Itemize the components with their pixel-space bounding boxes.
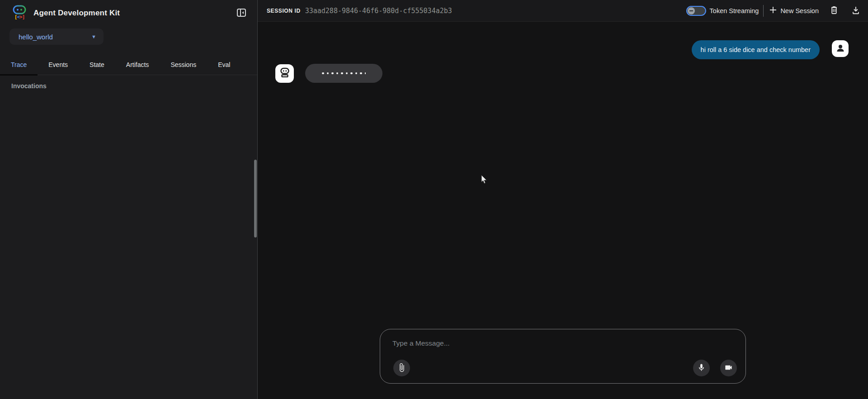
app-title: Agent Development Kit (33, 9, 120, 18)
tab-sessions[interactable]: Sessions (160, 54, 207, 75)
tab-artifacts[interactable]: Artifacts (115, 54, 160, 75)
sidebar: [<>] Agent Development Kit hello_world ▼… (0, 0, 258, 399)
download-icon (851, 5, 860, 16)
loading-dots (322, 72, 366, 75)
invocations-label: Invocations (11, 82, 47, 90)
message-composer (380, 329, 746, 384)
tab-state[interactable]: State (79, 54, 115, 75)
paperclip-icon (397, 363, 406, 374)
agent-selector-value: hello_world (19, 33, 53, 41)
new-session-button[interactable]: New Session (769, 6, 819, 15)
videocam-icon (724, 363, 733, 373)
user-avatar (832, 40, 849, 57)
sidebar-tabs: Trace Events State Artifacts Sessions Ev… (0, 54, 257, 75)
divider (763, 5, 764, 17)
plus-icon (769, 6, 777, 15)
microphone-icon (697, 363, 706, 373)
agent-selector-dropdown[interactable]: hello_world ▼ (9, 28, 104, 45)
user-message-bubble: hi roll a 6 side dice and check number (692, 40, 820, 59)
sidebar-scrollbar-thumb[interactable] (254, 160, 257, 238)
new-session-label: New Session (780, 7, 819, 14)
sidebar-header: [<>] Agent Development Kit (0, 0, 257, 26)
person-icon (835, 43, 846, 55)
collapse-sidebar-button[interactable] (235, 6, 248, 21)
logo-brackets: [<>] (14, 15, 25, 19)
session-id-label: SESSION ID (267, 8, 301, 14)
delete-session-button[interactable] (829, 5, 840, 17)
video-button[interactable] (720, 360, 737, 376)
attach-file-button[interactable] (393, 360, 410, 376)
bot-loading-bubble (305, 64, 382, 83)
trash-icon (830, 5, 839, 16)
token-streaming-toggle[interactable] (686, 6, 706, 16)
bot-avatar (275, 64, 294, 83)
tab-events[interactable]: Events (38, 54, 79, 75)
microphone-button[interactable] (693, 360, 710, 376)
topbar-actions: Token Streaming New Session (686, 5, 861, 17)
adk-web-app: [<>] Agent Development Kit hello_world ▼… (0, 0, 868, 399)
collapse-panel-icon (236, 8, 246, 19)
toggle-thumb (688, 7, 695, 14)
message-input[interactable] (392, 339, 664, 347)
token-streaming-label: Token Streaming (710, 7, 759, 14)
robot-icon (278, 66, 291, 81)
adk-logo-icon: [<>] (12, 5, 27, 21)
tab-eval[interactable]: Eval (207, 54, 241, 75)
bot-message-row (275, 64, 382, 83)
export-session-button[interactable] (850, 5, 861, 17)
user-message-row: hi roll a 6 side dice and check number (692, 40, 849, 59)
session-id-value: 33aad288-9846-46f6-980d-cf555034a2b3 (305, 7, 452, 15)
session-topbar: SESSION ID 33aad288-9846-46f6-980d-cf555… (258, 0, 868, 22)
tab-trace[interactable]: Trace (0, 54, 38, 75)
chevron-down-icon: ▼ (91, 34, 96, 39)
main-panel: SESSION ID 33aad288-9846-46f6-980d-cf555… (258, 0, 868, 399)
